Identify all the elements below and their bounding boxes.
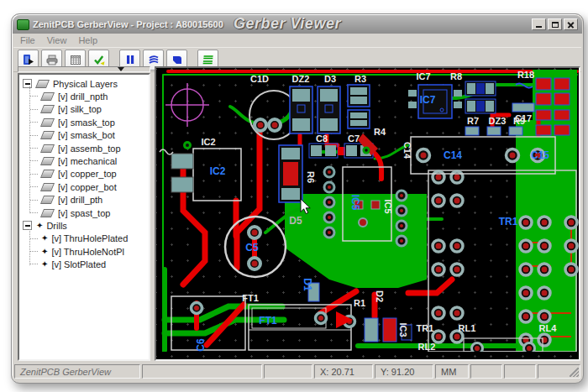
pcb-label: IC2 <box>210 165 226 177</box>
exit-icon <box>22 53 35 66</box>
layer-icon <box>40 157 55 165</box>
layer-icon <box>40 170 55 178</box>
pcb-label: IC7 <box>416 71 430 81</box>
pcb-label: TR1 <box>499 216 518 227</box>
pcb-label: R1 <box>354 298 365 308</box>
physical-layer-items: [v] drill_npth [v] silk_top [v] smask_to… <box>27 90 149 219</box>
status-y-coord: Y: 91.20 <box>375 364 433 379</box>
pcb-label: D2 <box>375 290 385 302</box>
pcb-label: IC5 <box>349 195 361 211</box>
pcb-label: IC7 <box>420 94 436 106</box>
pcb-label: R6 <box>306 171 316 183</box>
pcb-label: D5 <box>289 215 302 227</box>
app-icon <box>17 19 29 30</box>
pause-icon <box>123 53 137 66</box>
pcb-label: D1 <box>302 278 313 291</box>
pcb-canvas[interactable]: C1D DZ2 D3 R3 IC7 R8 R18 C8 C7 IC2 R4 C1… <box>155 66 580 361</box>
pcb-label: R7 <box>467 116 479 126</box>
tree-item-silk-top[interactable]: [v] silk_top <box>27 103 149 116</box>
pcb-label: IC2 <box>201 137 215 147</box>
tree-item-smask-bot[interactable]: [v] smask_bot <box>27 129 149 142</box>
status-x-coord: X: 20.71 <box>314 364 373 379</box>
tree-root-label: Drills <box>46 221 66 231</box>
pcb-label: C14 <box>402 142 412 159</box>
status-spacer <box>142 364 262 379</box>
minimize-icon <box>536 26 542 28</box>
pcb-label: C6 <box>195 338 207 352</box>
status-units: MM <box>435 364 469 379</box>
grid-icon <box>69 53 82 66</box>
collapse-arrow-icon[interactable] <box>118 67 124 71</box>
title-bar[interactable]: ZenitPCB GerberView - Project : A8001560… <box>13 15 582 34</box>
pcb-label: R9 <box>513 116 525 126</box>
layer-icon <box>40 144 55 153</box>
status-spacer <box>470 364 502 379</box>
pcb-label: R8 <box>450 71 462 81</box>
pcb-label: FT1 <box>259 315 277 327</box>
tree-item-drill-pth[interactable]: [v] drill_pth <box>27 194 149 206</box>
tree-item-slotplated[interactable]: ✦[v] SlotPlated <box>27 258 149 270</box>
tree-root-label: Physical Layers <box>53 79 118 89</box>
tree-item-mechanical[interactable]: [v] mechanical <box>27 154 149 167</box>
menu-bar: File View Help <box>13 34 581 47</box>
pcb-label: R18 <box>517 70 534 80</box>
menu-help[interactable]: Help <box>78 35 97 45</box>
align-icon <box>202 53 215 66</box>
menu-view[interactable]: View <box>47 35 67 45</box>
drill-icon: ✦ <box>41 248 48 256</box>
pcb-label: C1D <box>250 74 269 84</box>
tree-item-copper-bot[interactable]: [v] copper_bot <box>27 180 149 193</box>
app-window: ZenitPCB GerberView - Project : A8001560… <box>11 13 584 384</box>
layer-icon <box>40 105 55 113</box>
tree-item-drill-npth[interactable]: [v] drill_npth <box>27 90 149 102</box>
tree-splitter[interactable] <box>18 66 150 72</box>
pcb-label: C5 <box>245 242 259 253</box>
pcb-label: R3 <box>354 74 366 84</box>
pcb-label: C14 <box>444 149 462 161</box>
close-button[interactable] <box>564 18 578 30</box>
pcb-label: D3 <box>324 74 336 84</box>
resize-grip[interactable] <box>538 364 580 379</box>
pcb-label: RL4 <box>539 323 558 333</box>
tree-item-thruholenotpl[interactable]: ✦[v] ThruHoleNotPl <box>27 245 149 258</box>
overlay-title: Gerber Viewer <box>234 15 341 33</box>
waves-icon <box>147 53 160 66</box>
maximize-button[interactable] <box>548 18 562 30</box>
layer-stack-icon <box>35 80 50 88</box>
tree-item-assemb-top[interactable]: [v] assemb_top <box>27 142 149 154</box>
tree-root-drills[interactable]: ✦ Drills <box>22 219 149 232</box>
status-bar: ZenitPCB GerberView X: 20.71 Y: 91.20 MM <box>14 364 580 379</box>
layer-icon <box>40 209 55 217</box>
layer-icon <box>40 118 55 127</box>
layer-icon <box>40 92 55 101</box>
pcb-label: DZ2 <box>292 74 310 84</box>
pcb-label: FT1 <box>242 293 259 303</box>
menu-file[interactable]: File <box>20 35 35 45</box>
collapse-expander-icon[interactable] <box>23 79 32 88</box>
drill-icon: ✦ <box>41 260 48 269</box>
layer-tree[interactable]: Physical Layers [v] drill_npth [v] silk_… <box>18 73 150 361</box>
tree-item-smask-top[interactable]: [v] smask_top <box>27 116 149 128</box>
print-icon <box>45 53 59 66</box>
tree-item-copper-top[interactable]: [v] copper_top <box>27 168 149 180</box>
drill-icon: ✦ <box>41 234 48 243</box>
collapse-expander-icon[interactable] <box>23 221 32 230</box>
pcb-label: C7 <box>348 133 360 144</box>
status-spacer <box>504 364 536 379</box>
tree-item-thruholeplated[interactable]: ✦[v] ThruHolePlated <box>27 233 149 245</box>
minimize-button[interactable] <box>532 18 546 30</box>
pcb-label: IC3 <box>398 322 408 337</box>
status-app-label: ZenitPCB GerberView <box>14 364 140 379</box>
pcb-label: IC5 <box>383 199 393 213</box>
layers-icon <box>171 53 184 66</box>
window-title: ZenitPCB GerberView - Project : A8001560… <box>33 19 223 29</box>
tree-item-spast-top[interactable]: [v] spast_top <box>27 206 149 219</box>
pcb-label: C15 <box>531 149 549 161</box>
maximize-icon <box>552 22 559 28</box>
tree-root-physical-layers[interactable]: Physical Layers <box>22 77 149 90</box>
close-icon <box>564 19 577 29</box>
layer-icon <box>40 196 55 204</box>
status-spacer <box>264 364 312 379</box>
origin-crosshair-icon <box>165 83 209 127</box>
drill-items: ✦[v] ThruHolePlated ✦[v] ThruHoleNotPl ✦… <box>27 233 149 271</box>
